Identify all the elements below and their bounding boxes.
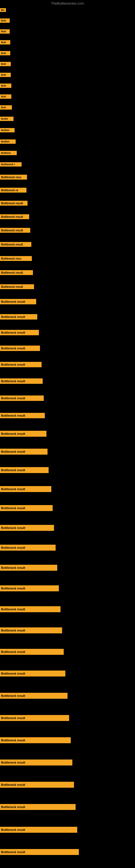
bottleneck-bar: Bottleneck re xyxy=(0,188,27,193)
bottleneck-bar: Bottleneck result xyxy=(0,431,46,437)
bottleneck-bar: Bottleneck result xyxy=(0,715,69,721)
bar-row: Bottleneck result xyxy=(0,545,56,551)
bar-row: Bottleneck result xyxy=(0,606,60,612)
bottleneck-bar: Bottleneck result xyxy=(0,270,33,275)
bar-row: Bottleneck result xyxy=(0,671,65,677)
bar-row: Bottleneck result xyxy=(0,760,72,766)
bottleneck-bar: Bottleneck result xyxy=(0,606,60,612)
site-title: TheBottlenecker.com xyxy=(51,1,84,5)
bar-row: Bott xyxy=(0,29,10,34)
bar-row: Bottleneck resu xyxy=(0,175,27,180)
bottleneck-bar: Bottleneck result xyxy=(0,804,76,810)
bar-row: Bottlene xyxy=(0,151,17,155)
bottleneck-bar: Bottleneck result xyxy=(0,486,51,492)
bar-row: Bottleneck result xyxy=(0,396,44,401)
bar-row: Bottleneck result xyxy=(0,782,74,788)
bottleneck-bar: Bottleneck result xyxy=(0,693,68,699)
bar-row: Bottleneck result xyxy=(0,627,62,633)
bottleneck-bar: Bott xyxy=(0,40,10,44)
bottleneck-bar: Bottleneck result xyxy=(0,505,53,511)
bar-row: Bottleneck re xyxy=(0,188,27,193)
bar-row: Bottleneck result xyxy=(0,693,68,699)
bottleneck-bar: Bottleneck result xyxy=(0,242,31,247)
bar-row: Bott xyxy=(0,94,11,99)
bottleneck-bar: Bottleneck result xyxy=(0,565,57,571)
bar-row: Bottleneck r xyxy=(0,162,21,166)
bottleneck-bar: Bottleneck result xyxy=(0,649,64,655)
bottleneck-bar: Bottleneck result xyxy=(0,362,42,367)
bar-row: Bottleneck result xyxy=(0,715,69,721)
bar-row: Bottleneck result xyxy=(0,585,59,591)
bar-row: Bottleneck result xyxy=(0,299,36,304)
bottleneck-bar: Bo xyxy=(0,8,6,12)
bar-row: Bottleneck result xyxy=(0,431,46,437)
bar-row: Bott xyxy=(0,40,10,44)
bar-row: Bott xyxy=(0,51,10,55)
bar-row: Bott xyxy=(0,62,11,66)
bar-row: Bottleneck result xyxy=(0,565,57,571)
bottleneck-bar: Bottleneck result xyxy=(0,284,34,289)
bottleneck-bar: Bott xyxy=(0,19,10,23)
bar-row: Bottlen xyxy=(0,128,14,132)
bar-row: Bottleneck result xyxy=(0,649,64,655)
bottleneck-bar: Bott xyxy=(0,62,11,66)
bottleneck-bar: Bottleneck result xyxy=(0,448,48,455)
bar-row: Bottleneck result xyxy=(0,242,31,247)
bottleneck-bar: Bott xyxy=(0,29,10,34)
bar-row: Bottleneck result xyxy=(0,314,37,319)
bottleneck-bar: Bottleneck r xyxy=(0,162,21,166)
bottleneck-bar: Bottlen xyxy=(0,128,14,132)
bottleneck-bar: Bott xyxy=(0,94,11,99)
bottleneck-bar: Bott xyxy=(0,84,11,88)
bottleneck-bar: Bottleneck result xyxy=(0,201,28,206)
bottleneck-bar: Bottleneck resu xyxy=(0,175,27,180)
bar-row: Bottleneck result xyxy=(0,505,53,511)
bar-row: Bottleneck result xyxy=(0,346,40,351)
bottleneck-bar: Bottleneck result xyxy=(0,314,37,319)
bottleneck-bar: Bottlene xyxy=(0,151,17,155)
bottleneck-bar: Bottle xyxy=(0,117,13,121)
bottleneck-bar: Bottleneck result xyxy=(0,467,49,473)
bottleneck-bar: Bottleneck result xyxy=(0,782,74,788)
bottleneck-bar: Bottleneck result xyxy=(0,396,44,401)
bar-row: Bott xyxy=(0,19,10,23)
bottleneck-bar: Bottleneck result xyxy=(0,627,62,633)
bar-row: Bottleneck result xyxy=(0,214,29,219)
bottleneck-bar: Bottleneck result xyxy=(0,760,72,766)
bottleneck-bar: Bott xyxy=(0,73,11,77)
bottleneck-bar: Bottleneck result xyxy=(0,330,39,335)
bar-row: Bottleneck result xyxy=(0,378,43,384)
bottleneck-bar: Bottlen xyxy=(0,140,16,144)
bottleneck-bar: Bott xyxy=(0,51,10,55)
bottleneck-bar: Bottleneck result xyxy=(0,671,65,677)
bar-row: Bo xyxy=(0,8,6,12)
bar-row: Bottleneck result xyxy=(0,362,42,367)
bar-row: Bottleneck result xyxy=(0,413,45,418)
bar-row: Bottleneck result xyxy=(0,737,71,743)
bottleneck-bar: Bottleneck result xyxy=(0,585,59,591)
bar-row: Bottleneck result xyxy=(0,284,34,289)
bar-row: Bottleneck result xyxy=(0,486,51,492)
bottleneck-bar: Bottleneck result xyxy=(0,525,54,531)
bottleneck-bar: Bottleneck result xyxy=(0,299,36,304)
bottleneck-bar: Bott xyxy=(0,105,12,110)
bar-row: Bottleneck result xyxy=(0,804,76,810)
bar-row: Bottle xyxy=(0,117,13,121)
bar-row: Bottleneck resu xyxy=(0,256,32,261)
bottleneck-bar: Bottleneck result xyxy=(0,413,45,418)
bar-row: Bott xyxy=(0,105,12,110)
bar-row: Bottlen xyxy=(0,140,16,144)
bar-row: Bottleneck result xyxy=(0,827,77,833)
bar-row: Bottleneck result xyxy=(0,330,39,335)
bar-row: Bottleneck result xyxy=(0,525,54,531)
bottleneck-bar: Bottleneck result xyxy=(0,378,43,384)
bar-row: Bottleneck result xyxy=(0,448,48,455)
bottleneck-bar: Bottleneck result xyxy=(0,346,40,351)
bar-row: Bottleneck result xyxy=(0,228,30,233)
bottleneck-bar: Bottleneck result xyxy=(0,228,30,233)
bottleneck-bar: Bottleneck result xyxy=(0,849,79,855)
bottleneck-bar: Bottleneck result xyxy=(0,214,29,219)
bar-row: Bottleneck result xyxy=(0,849,79,855)
bar-row: Bottleneck result xyxy=(0,201,28,206)
bottleneck-bar: Bottleneck result xyxy=(0,827,77,833)
